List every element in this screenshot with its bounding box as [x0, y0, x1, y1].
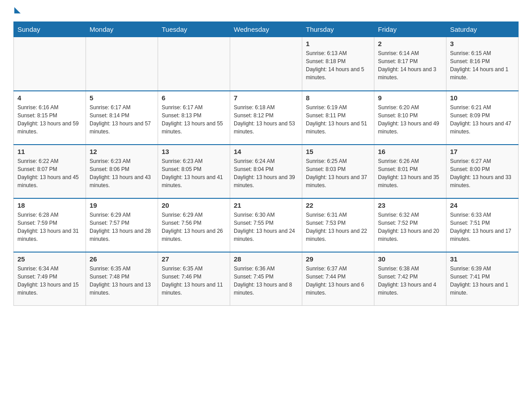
- day-number: 23: [378, 201, 442, 209]
- calendar-cell: 28Sunrise: 6:36 AM Sunset: 7:45 PM Dayli…: [230, 252, 302, 306]
- logo-triangle-icon: [14, 7, 21, 13]
- calendar-cell: [14, 37, 86, 91]
- day-info: Sunrise: 6:39 AM Sunset: 7:41 PM Dayligh…: [450, 265, 515, 297]
- day-number: 15: [306, 148, 370, 155]
- calendar-cell: 23Sunrise: 6:32 AM Sunset: 7:52 PM Dayli…: [374, 198, 446, 252]
- day-info: Sunrise: 6:23 AM Sunset: 8:06 PM Dayligh…: [90, 157, 154, 189]
- calendar-cell: 11Sunrise: 6:22 AM Sunset: 8:07 PM Dayli…: [14, 145, 86, 198]
- day-number: 7: [234, 94, 298, 102]
- calendar-cell: [230, 37, 302, 91]
- calendar-cell: 4Sunrise: 6:16 AM Sunset: 8:15 PM Daylig…: [14, 91, 86, 145]
- day-info: Sunrise: 6:15 AM Sunset: 8:16 PM Dayligh…: [450, 49, 515, 81]
- calendar-cell: 6Sunrise: 6:17 AM Sunset: 8:13 PM Daylig…: [158, 91, 230, 145]
- day-info: Sunrise: 6:20 AM Sunset: 8:10 PM Dayligh…: [378, 103, 442, 136]
- calendar-cell: 14Sunrise: 6:24 AM Sunset: 8:04 PM Dayli…: [230, 145, 302, 198]
- day-info: Sunrise: 6:35 AM Sunset: 7:46 PM Dayligh…: [162, 265, 226, 297]
- day-info: Sunrise: 6:31 AM Sunset: 7:53 PM Dayligh…: [306, 211, 370, 243]
- calendar-cell: 15Sunrise: 6:25 AM Sunset: 8:03 PM Dayli…: [302, 145, 374, 198]
- day-info: Sunrise: 6:33 AM Sunset: 7:51 PM Dayligh…: [450, 211, 515, 243]
- day-info: Sunrise: 6:21 AM Sunset: 8:09 PM Dayligh…: [450, 103, 515, 136]
- calendar-cell: 3Sunrise: 6:15 AM Sunset: 8:16 PM Daylig…: [446, 37, 519, 91]
- column-header-saturday: Saturday: [446, 22, 519, 37]
- calendar-week-row: 1Sunrise: 6:13 AM Sunset: 8:18 PM Daylig…: [14, 37, 519, 91]
- day-number: 8: [306, 94, 370, 102]
- calendar-cell: 29Sunrise: 6:37 AM Sunset: 7:44 PM Dayli…: [302, 252, 374, 306]
- calendar-cell: 26Sunrise: 6:35 AM Sunset: 7:48 PM Dayli…: [86, 252, 158, 306]
- day-number: 25: [17, 255, 82, 263]
- day-number: 21: [234, 201, 298, 209]
- day-number: 11: [17, 148, 82, 155]
- day-info: Sunrise: 6:14 AM Sunset: 8:17 PM Dayligh…: [378, 49, 442, 81]
- day-number: 2: [378, 40, 442, 47]
- calendar-cell: 9Sunrise: 6:20 AM Sunset: 8:10 PM Daylig…: [374, 91, 446, 145]
- day-number: 31: [450, 255, 515, 263]
- day-info: Sunrise: 6:19 AM Sunset: 8:11 PM Dayligh…: [306, 103, 370, 136]
- day-info: Sunrise: 6:28 AM Sunset: 7:59 PM Dayligh…: [17, 211, 82, 243]
- column-header-monday: Monday: [86, 22, 158, 37]
- calendar-cell: 16Sunrise: 6:26 AM Sunset: 8:01 PM Dayli…: [374, 145, 446, 198]
- calendar-cell: 12Sunrise: 6:23 AM Sunset: 8:06 PM Dayli…: [86, 145, 158, 198]
- day-info: Sunrise: 6:17 AM Sunset: 8:13 PM Dayligh…: [162, 103, 226, 136]
- calendar-cell: 18Sunrise: 6:28 AM Sunset: 7:59 PM Dayli…: [14, 198, 86, 252]
- calendar-cell: 8Sunrise: 6:19 AM Sunset: 8:11 PM Daylig…: [302, 91, 374, 145]
- day-info: Sunrise: 6:17 AM Sunset: 8:14 PM Dayligh…: [90, 103, 154, 136]
- day-info: Sunrise: 6:22 AM Sunset: 8:07 PM Dayligh…: [17, 157, 82, 189]
- calendar-cell: 30Sunrise: 6:38 AM Sunset: 7:42 PM Dayli…: [374, 252, 446, 306]
- day-number: 3: [450, 40, 515, 47]
- day-info: Sunrise: 6:24 AM Sunset: 8:04 PM Dayligh…: [234, 157, 298, 189]
- column-header-wednesday: Wednesday: [230, 22, 302, 37]
- calendar-cell: 1Sunrise: 6:13 AM Sunset: 8:18 PM Daylig…: [302, 37, 374, 91]
- day-number: 28: [234, 255, 298, 263]
- day-info: Sunrise: 6:35 AM Sunset: 7:48 PM Dayligh…: [90, 265, 154, 297]
- calendar-cell: 21Sunrise: 6:30 AM Sunset: 7:55 PM Dayli…: [230, 198, 302, 252]
- calendar-week-row: 18Sunrise: 6:28 AM Sunset: 7:59 PM Dayli…: [14, 198, 519, 252]
- day-number: 30: [378, 255, 442, 263]
- day-info: Sunrise: 6:18 AM Sunset: 8:12 PM Dayligh…: [234, 103, 298, 136]
- calendar-cell: 17Sunrise: 6:27 AM Sunset: 8:00 PM Dayli…: [446, 145, 519, 198]
- calendar-cell: 10Sunrise: 6:21 AM Sunset: 8:09 PM Dayli…: [446, 91, 519, 145]
- calendar-cell: 24Sunrise: 6:33 AM Sunset: 7:51 PM Dayli…: [446, 198, 519, 252]
- day-number: 29: [306, 255, 370, 263]
- day-number: 24: [450, 201, 515, 209]
- logo: [13, 9, 21, 13]
- day-number: 17: [450, 148, 515, 155]
- day-info: Sunrise: 6:34 AM Sunset: 7:49 PM Dayligh…: [17, 265, 82, 297]
- day-number: 19: [90, 201, 154, 209]
- page-header: [13, 9, 519, 13]
- day-info: Sunrise: 6:25 AM Sunset: 8:03 PM Dayligh…: [306, 157, 370, 189]
- day-number: 16: [378, 148, 442, 155]
- day-number: 6: [162, 94, 226, 102]
- calendar-cell: 2Sunrise: 6:14 AM Sunset: 8:17 PM Daylig…: [374, 37, 446, 91]
- day-number: 22: [306, 201, 370, 209]
- calendar-cell: 31Sunrise: 6:39 AM Sunset: 7:41 PM Dayli…: [446, 252, 519, 306]
- calendar-header-row: SundayMondayTuesdayWednesdayThursdayFrid…: [14, 22, 519, 37]
- calendar-cell: 22Sunrise: 6:31 AM Sunset: 7:53 PM Dayli…: [302, 198, 374, 252]
- day-number: 5: [90, 94, 154, 102]
- day-info: Sunrise: 6:26 AM Sunset: 8:01 PM Dayligh…: [378, 157, 442, 189]
- day-info: Sunrise: 6:38 AM Sunset: 7:42 PM Dayligh…: [378, 265, 442, 297]
- calendar-cell: [158, 37, 230, 91]
- column-header-tuesday: Tuesday: [158, 22, 230, 37]
- day-number: 14: [234, 148, 298, 155]
- calendar-cell: 7Sunrise: 6:18 AM Sunset: 8:12 PM Daylig…: [230, 91, 302, 145]
- day-number: 4: [17, 94, 82, 102]
- day-number: 1: [306, 40, 370, 47]
- day-info: Sunrise: 6:32 AM Sunset: 7:52 PM Dayligh…: [378, 211, 442, 243]
- day-info: Sunrise: 6:29 AM Sunset: 7:57 PM Dayligh…: [90, 211, 154, 243]
- day-info: Sunrise: 6:27 AM Sunset: 8:00 PM Dayligh…: [450, 157, 515, 189]
- calendar-cell: 27Sunrise: 6:35 AM Sunset: 7:46 PM Dayli…: [158, 252, 230, 306]
- day-info: Sunrise: 6:13 AM Sunset: 8:18 PM Dayligh…: [306, 49, 370, 81]
- calendar-cell: 19Sunrise: 6:29 AM Sunset: 7:57 PM Dayli…: [86, 198, 158, 252]
- day-info: Sunrise: 6:37 AM Sunset: 7:44 PM Dayligh…: [306, 265, 370, 297]
- day-number: 9: [378, 94, 442, 102]
- calendar-cell: 25Sunrise: 6:34 AM Sunset: 7:49 PM Dayli…: [14, 252, 86, 306]
- calendar-cell: 13Sunrise: 6:23 AM Sunset: 8:05 PM Dayli…: [158, 145, 230, 198]
- day-info: Sunrise: 6:30 AM Sunset: 7:55 PM Dayligh…: [234, 211, 298, 243]
- calendar-week-row: 4Sunrise: 6:16 AM Sunset: 8:15 PM Daylig…: [14, 91, 519, 145]
- calendar-week-row: 11Sunrise: 6:22 AM Sunset: 8:07 PM Dayli…: [14, 145, 519, 198]
- day-number: 13: [162, 148, 226, 155]
- day-number: 26: [90, 255, 154, 263]
- column-header-sunday: Sunday: [14, 22, 86, 37]
- calendar-cell: 5Sunrise: 6:17 AM Sunset: 8:14 PM Daylig…: [86, 91, 158, 145]
- calendar-table: SundayMondayTuesdayWednesdayThursdayFrid…: [13, 21, 519, 306]
